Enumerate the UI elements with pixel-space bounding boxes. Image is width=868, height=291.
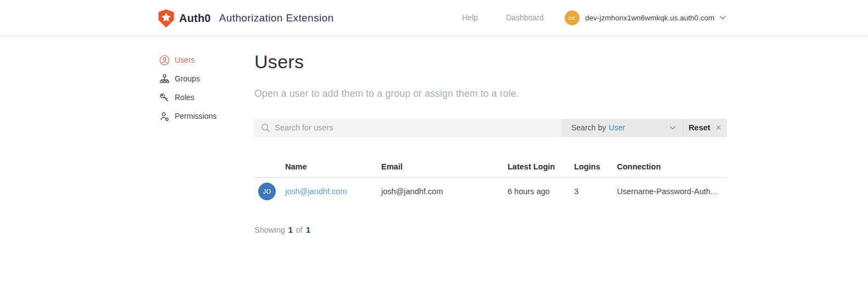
app-header: Auth0 Authorization Extension Help Dashb… xyxy=(0,0,868,36)
sidebar-item-label: Users xyxy=(175,56,195,64)
table-row[interactable]: JO josh@jandhf.com josh@jandhf.com 6 hou… xyxy=(254,178,727,205)
table-header-row: Name Email Latest Login Logins Connectio… xyxy=(254,163,727,178)
main-content: Users Open a user to add them to a group… xyxy=(254,44,727,234)
showing-count-value: 1 xyxy=(287,226,294,234)
showing-total-value: 1 xyxy=(305,226,311,234)
brand-name: Auth0 xyxy=(179,12,211,25)
sidebar-item-label: Roles xyxy=(175,93,194,102)
search-input[interactable] xyxy=(254,119,561,137)
user-connection: Username-Password-Auth… xyxy=(617,187,727,196)
close-icon: ✕ xyxy=(715,123,722,132)
column-header-name: Name xyxy=(285,163,381,171)
chevron-down-icon xyxy=(670,126,676,130)
search-toolbar: Search by User Reset ✕ xyxy=(254,119,727,137)
sidebar-item-users[interactable]: Users xyxy=(159,51,247,69)
page: Auth0 Authorization Extension Help Dashb… xyxy=(0,0,868,291)
reset-label: Reset xyxy=(688,123,710,132)
user-logins: 3 xyxy=(574,187,617,196)
page-app-title: Authorization Extension xyxy=(219,12,334,24)
users-table: Name Email Latest Login Logins Connectio… xyxy=(254,163,727,206)
auth0-logo-icon xyxy=(158,9,174,28)
column-header-latest-login: Latest Login xyxy=(508,163,574,171)
user-name-link[interactable]: josh@jandhf.com xyxy=(285,187,347,196)
sidebar-item-label: Groups xyxy=(175,74,200,83)
column-header-connection: Connection xyxy=(617,163,727,171)
showing-label: Showing xyxy=(254,226,285,234)
sidebar-item-groups[interactable]: Groups xyxy=(159,69,247,88)
sidebar-item-label: Permissions xyxy=(175,112,216,120)
of-label: of xyxy=(296,226,303,234)
search-by-value: User xyxy=(609,123,625,132)
org-chart-icon xyxy=(159,73,170,84)
sidebar-item-permissions[interactable]: Permissions xyxy=(159,107,247,125)
nav-dashboard-link[interactable]: Dashboard xyxy=(506,13,544,22)
key-icon xyxy=(159,92,170,103)
user-latest-login: 6 hours ago xyxy=(508,187,574,196)
search-icon xyxy=(261,123,270,133)
chevron-down-icon xyxy=(720,16,726,20)
showing-count: Showing 1 of 1 xyxy=(254,226,727,234)
user-circle-icon xyxy=(159,54,170,65)
column-header-email: Email xyxy=(381,163,508,171)
reset-button[interactable]: Reset ✕ xyxy=(683,119,727,137)
sidebar: Users Groups Rol xyxy=(159,51,247,125)
nav-help-link[interactable]: Help xyxy=(462,13,478,22)
column-header-logins: Logins xyxy=(574,163,617,171)
page-title: Users xyxy=(254,52,727,71)
person-check-icon xyxy=(159,111,170,122)
sidebar-item-roles[interactable]: Roles xyxy=(159,88,247,107)
search-field-wrap xyxy=(254,119,561,137)
page-subtitle: Open a user to add them to a group or as… xyxy=(254,89,727,99)
search-by-label: Search by xyxy=(571,123,606,132)
tenant-avatar: DE xyxy=(565,10,580,25)
tenant-domain: dev-jzmhonx1wn6wmkqk.us.auth0.com xyxy=(585,14,715,22)
user-email: josh@jandhf.com xyxy=(381,187,508,196)
avatar: JO xyxy=(258,183,276,200)
brand: Auth0 Authorization Extension xyxy=(158,8,334,28)
search-by-dropdown[interactable]: Search by User xyxy=(561,119,683,137)
tenant-menu[interactable]: DE dev-jzmhonx1wn6wmkqk.us.auth0.com xyxy=(565,10,726,25)
